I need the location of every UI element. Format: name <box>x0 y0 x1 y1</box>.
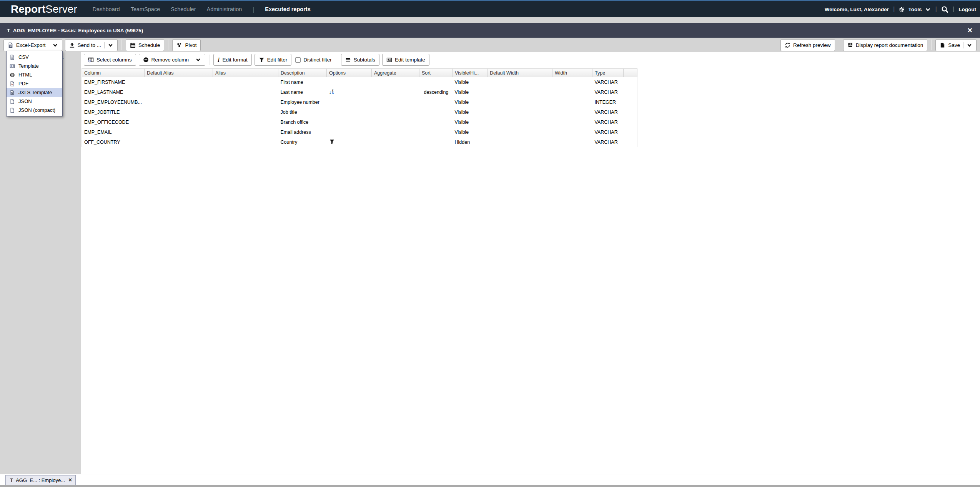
edit-format-label: Edit format <box>222 57 247 63</box>
table-row-emp-firstname[interactable]: EMP_FIRSTNAMEFirst nameVisibleVARCHAR <box>82 77 637 87</box>
close-report-icon[interactable]: × <box>967 27 972 34</box>
cell-column: EMP_OFFICECODE <box>82 117 145 127</box>
menu-item-label: PDF <box>18 81 28 86</box>
menu-item-label: JSON (compact) <box>18 107 55 113</box>
cell-visible: Visible <box>453 87 488 97</box>
export-menu-item-jxls-template[interactable]: JXLS Template <box>7 88 62 97</box>
table-row-emp-jobtitle[interactable]: EMP_JOBTITLEJob titleVisibleVARCHAR <box>82 107 637 117</box>
nav-item-teamspace[interactable]: TeamSpace <box>131 6 160 12</box>
table-row-emp-employeenumb[interactable]: EMP_EMPLOYEENUMB...Employee numberVisibl… <box>82 97 637 107</box>
nav-item-dashboard[interactable]: Dashboard <box>93 6 120 12</box>
subtotals-button[interactable]: Subtotals <box>341 54 379 66</box>
cell-aggregate <box>372 127 419 137</box>
column-header-visible-hi[interactable]: Visible/Hi... <box>453 69 488 77</box>
bottom-strip <box>0 485 980 487</box>
edit-format-button[interactable]: I Edit format <box>213 54 252 66</box>
column-header-aggregate[interactable]: Aggregate <box>372 69 419 77</box>
distinct-filter-toggle[interactable]: Distinct filter <box>294 57 333 63</box>
cell-aggregate <box>372 117 419 127</box>
tools-menu[interactable]: Tools <box>908 7 922 12</box>
nav-item-scheduler[interactable]: Scheduler <box>171 6 196 12</box>
reportserver-logo[interactable]: ReportServer <box>11 3 77 15</box>
save-button[interactable]: Save <box>935 39 977 51</box>
tab-close-icon[interactable]: × <box>68 477 72 483</box>
save-icon <box>940 42 945 48</box>
cell-column: EMP_EMAIL <box>82 127 145 137</box>
table-row-off-country[interactable]: OFF_COUNTRYCountryHiddenVARCHAR <box>82 137 637 147</box>
pivot-icon <box>176 42 182 48</box>
export-menu-item-template[interactable]: Template <box>7 61 62 70</box>
export-menu-item-html[interactable]: HTML <box>7 70 62 79</box>
export-menu-item-json[interactable]: JSON <box>7 97 62 106</box>
cell-default_alias <box>145 137 213 147</box>
cell-sort <box>419 77 453 87</box>
menu-item-label: HTML <box>18 72 32 78</box>
refresh-preview-button[interactable]: Refresh preview <box>780 39 835 51</box>
report-title: T_AGG_EMPLOYEE - Basis: Employees in USA… <box>7 28 143 33</box>
cell-type: VARCHAR <box>592 77 624 87</box>
excel-export-button[interactable]: Excel-Export <box>3 39 62 51</box>
column-header-default-width[interactable]: Default Width <box>488 69 552 77</box>
column-header-width[interactable]: Width <box>552 69 592 77</box>
column-header-default-alias[interactable]: Default Alias <box>145 69 213 77</box>
cell-default_alias <box>145 127 213 137</box>
search-icon[interactable] <box>941 6 948 13</box>
export-menu-item-pdf[interactable]: PDF <box>7 79 62 88</box>
schedule-button[interactable]: Schedule <box>126 39 164 51</box>
export-menu-item-csv[interactable]: CSV <box>7 53 62 61</box>
column-header-description[interactable]: Description <box>278 69 327 77</box>
display-documentation-button[interactable]: Display report documentation <box>843 39 928 51</box>
distinct-filter-checkbox[interactable] <box>295 57 301 63</box>
chevron-down-icon[interactable] <box>52 42 58 48</box>
toolbar-separator <box>931 40 932 50</box>
export-menu-item-json-compact[interactable]: JSON (compact) <box>7 106 62 115</box>
column-header-filler <box>624 69 637 77</box>
table-row-emp-officecode[interactable]: EMP_OFFICECODEBranch officeVisibleVARCHA… <box>82 117 637 127</box>
cell-default_width <box>488 97 552 107</box>
remove-column-button[interactable]: Remove column <box>139 54 206 66</box>
edit-filter-button[interactable]: Edit filter <box>255 54 292 66</box>
chevron-down-icon[interactable] <box>195 57 201 63</box>
book-icon <box>847 42 853 48</box>
cell-type: VARCHAR <box>592 87 624 97</box>
chevron-down-icon[interactable] <box>967 42 972 48</box>
nav-item-administration[interactable]: Administration <box>207 6 242 12</box>
toolbar-separator <box>209 55 210 65</box>
column-header-column[interactable]: Column <box>82 69 145 77</box>
export-menu: CSVTemplateHTMLPDFJXLS TemplateJSONJSON … <box>6 51 63 116</box>
send-to-button[interactable]: Send to ... <box>65 39 118 51</box>
cell-aggregate <box>372 97 419 107</box>
logout-link[interactable]: Logout <box>958 7 976 12</box>
chevron-down-icon[interactable] <box>925 7 931 12</box>
button-divider <box>49 42 49 48</box>
chevron-down-icon[interactable] <box>108 42 113 48</box>
menu-item-label: Template <box>18 63 39 69</box>
column-header-sort[interactable]: Sort <box>419 69 453 77</box>
column-header-options[interactable]: Options <box>327 69 372 77</box>
cell-visible: Visible <box>453 117 488 127</box>
cell-sort: descending <box>419 87 453 97</box>
cell-options: ↓ZA <box>327 87 372 97</box>
cell-width <box>552 117 592 127</box>
table-header-row: ColumnDefault AliasAliasDescriptionOptio… <box>82 69 637 77</box>
cell-description: Employee number <box>278 97 327 107</box>
cell-description: First name <box>278 77 327 87</box>
open-report-tab[interactable]: T_AGG_E... : Employe... × <box>5 475 76 485</box>
cell-width <box>552 97 592 107</box>
cell-default_width <box>488 127 552 137</box>
csv-file-icon <box>10 55 15 60</box>
cell-visible: Visible <box>453 127 488 137</box>
pivot-button[interactable]: Pivot <box>172 39 201 51</box>
sort-descending-icon: ↓ZA <box>329 90 334 95</box>
table-row-emp-lastname[interactable]: EMP_LASTNAMELast name↓ZAdescendingVisibl… <box>82 87 637 97</box>
column-header-type[interactable]: Type <box>592 69 624 77</box>
select-columns-icon <box>88 57 94 63</box>
column-header-alias[interactable]: Alias <box>213 69 278 77</box>
cell-alias <box>213 97 278 107</box>
table-row-emp-email[interactable]: EMP_EMAILEmail addressVisibleVARCHAR <box>82 127 637 137</box>
nav-divider: | <box>892 5 895 13</box>
nav-item-executed-reports[interactable]: Executed reports <box>265 6 310 12</box>
edit-template-button[interactable]: Edit template <box>382 54 429 66</box>
select-columns-button[interactable]: Select columns <box>84 54 136 66</box>
pivot-label: Pivot <box>185 42 196 48</box>
